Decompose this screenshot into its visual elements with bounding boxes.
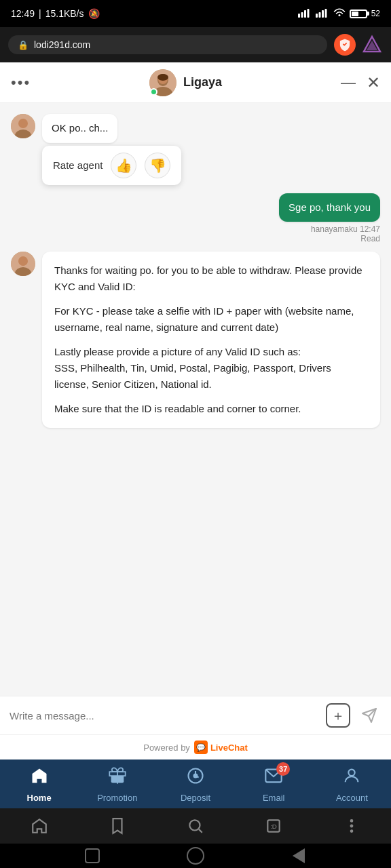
status-bar: 12:49 | 15.1KB/s 🔕 [0, 0, 391, 27]
svg-point-30 [351, 825, 353, 827]
chat-input-area: ＋ [0, 696, 391, 734]
prism-icon[interactable] [361, 34, 383, 56]
account-nav-icon [342, 766, 361, 790]
signal2-icon [316, 8, 329, 20]
svg-point-22 [193, 774, 198, 778]
home-nav-label: Home [27, 793, 52, 803]
url-text: lodi291d.com [34, 39, 90, 50]
svg-rect-2 [304, 10, 306, 18]
browser-tab-button[interactable]: :D [260, 812, 287, 840]
nav-back-button[interactable] [286, 843, 312, 868]
rate-agent-label: Rate agent [53, 159, 103, 171]
nav-item-promotion[interactable]: Promotion [78, 766, 156, 803]
online-indicator [150, 88, 157, 96]
browser-bar: 🔒 lodi291d.com [0, 27, 391, 62]
svg-point-16 [18, 119, 28, 128]
long-msg-p3: Lastly please provide a picture of any V… [54, 344, 368, 393]
browser-bookmark-button[interactable] [104, 812, 131, 840]
header-center: Ligaya [149, 69, 222, 96]
close-button[interactable]: ✕ [367, 73, 380, 92]
user-message-text: Sge po, thank you [288, 201, 371, 213]
attach-button[interactable]: ＋ [326, 703, 350, 728]
brave-icon[interactable] [334, 34, 356, 56]
nav-item-account[interactable]: Account [313, 766, 391, 803]
system-browser-nav: :D [0, 808, 391, 844]
nav-item-email[interactable]: 37 Email [235, 766, 313, 803]
signal-icon [298, 8, 312, 20]
browser-home-button[interactable] [26, 812, 53, 840]
battery-icon [350, 9, 367, 18]
long-msg-p2: For KYC - please take a selfie with ID +… [54, 303, 368, 336]
header-left: ••• [11, 74, 31, 92]
status-network: | [39, 8, 41, 19]
svg-rect-1 [301, 12, 303, 18]
email-nav-label: Email [263, 793, 285, 803]
svg-point-24 [349, 770, 355, 776]
svg-point-25 [189, 820, 200, 830]
send-button[interactable] [357, 703, 381, 728]
svg-rect-0 [298, 14, 300, 18]
chat-messages: OK po.. ch... Rate agent 👍 👎 Sge po, tha… [0, 103, 391, 696]
deposit-nav-label: Deposit [181, 793, 210, 803]
thumbs-down-button[interactable]: 👎 [145, 153, 170, 178]
livechat-brand: LiveChat [210, 743, 248, 753]
agent-avatar-wrapper [149, 69, 176, 96]
svg-point-14 [157, 74, 168, 81]
browser-icons [334, 34, 383, 56]
browser-search-button[interactable] [182, 812, 209, 840]
long-message-row: Thanks for waiting po. for you to be abl… [11, 252, 380, 428]
lock-icon: 🔒 [18, 40, 29, 50]
svg-rect-6 [322, 10, 324, 18]
livechat-icon: 💬 [194, 741, 208, 754]
message-input[interactable] [10, 710, 319, 722]
menu-dots[interactable]: ••• [11, 74, 31, 92]
battery-percent: 52 [371, 9, 380, 18]
home-nav-icon [30, 766, 49, 790]
nav-item-deposit[interactable]: Deposit [156, 766, 234, 803]
agent-avatar-small [11, 114, 35, 138]
message-timestamp: hanayamaku 12:47 [311, 224, 380, 234]
status-time: 12:49 [11, 8, 35, 19]
svg-text::D: :D [270, 823, 277, 830]
nav-circle-button[interactable] [183, 843, 208, 868]
home-indicator [0, 844, 391, 868]
agent-avatar-small-2 [11, 252, 35, 276]
minimize-button[interactable]: — [341, 74, 356, 92]
agent-message-bubble: OK po.. ch... [42, 114, 117, 143]
agent-message-text: OK po.. ch... [52, 122, 108, 134]
svg-rect-3 [307, 9, 309, 18]
svg-rect-7 [324, 9, 327, 18]
svg-point-19 [18, 256, 28, 266]
svg-line-26 [199, 829, 202, 833]
chat-container: ••• Ligaya — ✕ [0, 62, 391, 760]
promotion-nav-label: Promotion [97, 793, 137, 803]
chat-header: ••• Ligaya — ✕ [0, 62, 391, 103]
browser-menu-button[interactable] [338, 812, 365, 840]
user-bubble-group: Sge po, thank you hanayamaku 12:47 Read [279, 193, 380, 244]
deposit-nav-icon [186, 766, 205, 790]
message-row: OK po.. ch... [11, 114, 380, 143]
plus-icon: ＋ [331, 707, 345, 725]
message-meta: hanayamaku 12:47 Read [311, 224, 380, 243]
header-right: — ✕ [341, 73, 380, 92]
svg-rect-5 [318, 12, 320, 18]
status-speed: 15.1KB/s [45, 8, 84, 19]
user-message-row: Sge po, thank you hanayamaku 12:47 Read [11, 193, 380, 244]
powered-by-text: Powered by [143, 743, 190, 753]
promotion-nav-icon [108, 766, 127, 790]
nav-item-home[interactable]: Home [0, 766, 78, 803]
long-message-bubble: Thanks for waiting po. for you to be abl… [42, 252, 380, 428]
account-nav-label: Account [336, 793, 368, 803]
rate-agent-popup: Rate agent 👍 👎 [42, 146, 181, 185]
bottom-nav: Home Promotion Deposit [0, 760, 391, 808]
user-message-bubble: Sge po, thank you [279, 193, 380, 222]
livechat-logo: 💬 LiveChat [194, 741, 248, 754]
agent-name: Ligaya [183, 75, 222, 90]
svg-point-31 [351, 830, 353, 832]
browser-url-field[interactable]: 🔒 lodi291d.com [8, 35, 327, 54]
agent-bubble-group: OK po.. ch... [42, 114, 117, 143]
svg-rect-4 [316, 14, 318, 18]
nav-square-button[interactable] [79, 843, 105, 868]
long-msg-p4: Make sure that the ID is readable and co… [54, 401, 368, 417]
thumbs-up-button[interactable]: 👍 [111, 153, 136, 178]
